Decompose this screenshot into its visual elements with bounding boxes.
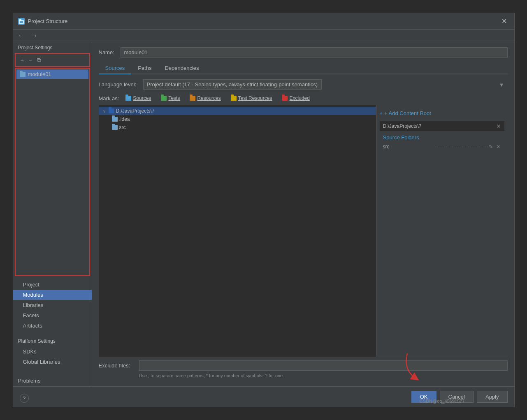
- sidebar-item-project[interactable]: Project: [13, 279, 92, 290]
- resources-folder-icon: [190, 96, 195, 101]
- mark-as-row: Mark as: Sources Tests Resources Test Re…: [99, 95, 508, 102]
- test-resources-folder-icon: [231, 96, 237, 101]
- name-label: Name:: [99, 49, 117, 55]
- sidebar-item-libraries[interactable]: Libraries: [13, 300, 92, 310]
- mark-test-resources-label: Test Resources: [238, 95, 272, 101]
- exclude-hint: Use ; to separate name patterns, * for a…: [99, 373, 508, 378]
- back-button[interactable]: ←: [16, 31, 26, 40]
- tests-folder-icon: [161, 96, 167, 101]
- tree-item-idea[interactable]: .idea: [99, 115, 376, 123]
- tab-dependencies[interactable]: Dependencies: [158, 62, 205, 74]
- sidebar-item-sdks[interactable]: SDKs: [13, 346, 92, 357]
- tree-src-label: src: [119, 125, 126, 130]
- mark-tests-label: Tests: [168, 95, 180, 101]
- tabs: Sources Paths Dependencies: [99, 62, 508, 74]
- close-button[interactable]: ✕: [499, 16, 509, 26]
- source-folder-actions: ✎ ✕: [488, 144, 501, 150]
- title-bar: Project Structure ✕: [13, 13, 514, 30]
- module-item-label: module01: [28, 71, 51, 77]
- language-label: Language level:: [99, 81, 140, 88]
- bottom-section: Exclude files: Use ; to separate name pa…: [99, 357, 508, 381]
- tree-item-root[interactable]: ∨ D:\JavaProjects\7: [99, 107, 376, 115]
- project-settings-label: Project Settings: [13, 42, 92, 51]
- src-folder-icon: [112, 125, 118, 130]
- mark-as-label: Mark as:: [99, 95, 119, 102]
- sidebar-item-artifacts[interactable]: Artifacts: [13, 321, 92, 331]
- mark-excluded-label: Excluded: [289, 95, 309, 101]
- sidebar-item-facets[interactable]: Facets: [13, 310, 92, 321]
- content-area: ∨ D:\JavaProjects\7 .idea src: [99, 105, 508, 357]
- tree-item-src[interactable]: src: [99, 123, 376, 132]
- language-select-wrapper: Project default (17 - Sealed types, alwa…: [143, 79, 508, 90]
- sources-folder-icon: [125, 96, 131, 101]
- nav-section: Project Modules Libraries Facets Artifac…: [13, 278, 92, 332]
- title-bar-left: Project Structure: [18, 18, 68, 25]
- watermark: CSDN@qq_45691577: [420, 399, 465, 404]
- sidebar-item-problems[interactable]: Problems: [13, 375, 92, 386]
- exclude-row: Exclude files:: [99, 360, 508, 371]
- right-panel: Name: Sources Paths Dependencies Languag…: [92, 42, 514, 386]
- tree-idea-label: .idea: [119, 116, 130, 122]
- content-root-header: D:\JavaProjects\7 ✕: [380, 121, 504, 131]
- module-toolbar: + − ⧉: [15, 53, 90, 67]
- exclude-input[interactable]: [139, 360, 508, 371]
- source-folder-divider: [435, 147, 488, 147]
- svg-rect-1: [19, 19, 21, 21]
- source-folder-item: src ✎ ✕: [383, 143, 501, 150]
- add-icon: +: [380, 110, 383, 116]
- platform-settings-label: Platform Settings: [13, 336, 92, 345]
- excluded-folder-icon: [282, 96, 288, 101]
- mark-sources-label: Sources: [133, 95, 151, 101]
- remove-source-folder-button[interactable]: ✕: [495, 144, 501, 150]
- main-content: Project Settings + − ⧉ module01 Project: [13, 42, 514, 386]
- apply-button[interactable]: Apply: [477, 391, 508, 403]
- platform-nav-section: SDKs Global Libraries: [13, 345, 92, 369]
- add-content-root-label: + Add Content Root: [384, 110, 431, 116]
- chevron-icon: ∨: [102, 109, 107, 113]
- forward-button[interactable]: →: [30, 31, 39, 40]
- tab-sources[interactable]: Sources: [99, 62, 132, 74]
- copy-module-button[interactable]: ⧉: [35, 56, 43, 64]
- name-input[interactable]: [121, 47, 508, 58]
- source-folders-title: Source Folders: [383, 134, 501, 141]
- mark-as-tests-button[interactable]: Tests: [158, 95, 183, 102]
- idea-folder-icon: [112, 117, 118, 122]
- file-tree[interactable]: ∨ D:\JavaProjects\7 .idea src: [99, 105, 376, 357]
- tree-root-label: D:\JavaProjects\7: [116, 108, 155, 114]
- add-module-button[interactable]: +: [19, 56, 26, 64]
- app-icon: [18, 18, 25, 25]
- module-item[interactable]: module01: [16, 69, 88, 79]
- mark-as-test-resources-button[interactable]: Test Resources: [228, 95, 276, 102]
- language-select[interactable]: Project default (17 - Sealed types, alwa…: [143, 79, 322, 90]
- mark-as-sources-button[interactable]: Sources: [122, 95, 154, 102]
- dialog-buttons: ? OK Cancel Apply CSDN@qq_45691577: [13, 386, 514, 407]
- content-root-close-button[interactable]: ✕: [496, 123, 501, 129]
- project-structure-dialog: Project Structure ✕ ← → Project Settings…: [13, 13, 515, 407]
- mark-as-resources-button[interactable]: Resources: [186, 95, 224, 102]
- root-folder-icon: [109, 108, 114, 113]
- source-folders-section: Source Folders src ✎ ✕: [380, 133, 504, 152]
- remove-module-button[interactable]: −: [27, 56, 34, 64]
- dialog-title: Project Structure: [28, 18, 68, 24]
- sidebar-item-global-libraries[interactable]: Global Libraries: [13, 357, 92, 367]
- modules-list: module01: [15, 68, 90, 276]
- svg-rect-0: [19, 21, 23, 23]
- module-folder-icon: [20, 72, 26, 77]
- tab-paths[interactable]: Paths: [131, 62, 158, 74]
- mark-resources-label: Resources: [197, 95, 221, 101]
- source-folder-label: src: [383, 144, 436, 150]
- language-row: Language level: Project default (17 - Se…: [99, 79, 508, 90]
- add-content-root-button[interactable]: + + Add Content Root: [380, 108, 504, 118]
- edit-source-folder-button[interactable]: ✎: [488, 144, 494, 150]
- left-panel: Project Settings + − ⧉ module01 Project: [13, 42, 92, 386]
- content-root-path: D:\JavaProjects\7: [383, 123, 422, 129]
- chevron-down-icon: ▼: [499, 81, 504, 88]
- exclude-label: Exclude files:: [99, 362, 136, 369]
- content-root-panel: + + Add Content Root D:\JavaProjects\7 ✕…: [376, 105, 508, 357]
- mark-as-excluded-button[interactable]: Excluded: [279, 95, 313, 102]
- sidebar-item-modules[interactable]: Modules: [13, 290, 92, 300]
- help-button[interactable]: ?: [20, 394, 29, 403]
- nav-bar: ← →: [13, 30, 514, 42]
- name-row: Name:: [99, 47, 508, 58]
